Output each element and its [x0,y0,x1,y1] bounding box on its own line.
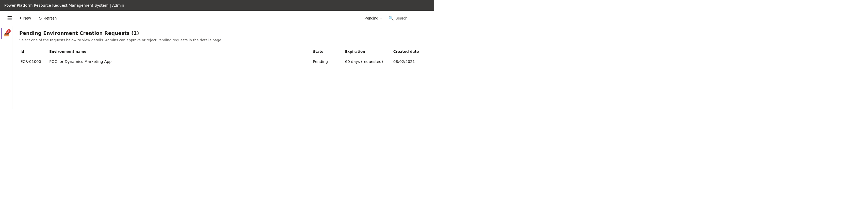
cell-created-date: 08/02/2021 [390,56,428,67]
header-bar: Power Platform Resource Request Manageme… [0,0,434,11]
hamburger-line-1 [7,16,12,17]
filter-dropdown[interactable]: Pending ⌄ [363,14,384,22]
toolbar-right: Pending ⌄ 🔍 [363,14,430,22]
hamburger-line-3 [7,20,12,20]
content-area: Pending Environment Creation Requests (1… [13,26,434,109]
col-header-state: State [310,47,342,56]
hamburger-line-2 [7,18,12,19]
sidebar: 📤 1 [0,26,13,109]
table-body: ECR-01000 POC for Dynamics Marketing App… [19,56,428,67]
refresh-button-label: Refresh [43,16,57,20]
new-button-label: New [23,16,31,20]
plus-icon: + [19,16,22,21]
nav-item-requests[interactable]: 📤 1 [1,28,12,39]
col-header-env-name: Environment name [46,47,310,56]
refresh-button[interactable]: ↻ Refresh [35,14,60,23]
hamburger-button[interactable] [4,13,15,24]
table-row[interactable]: ECR-01000 POC for Dynamics Marketing App… [19,56,428,67]
page-title: Pending Environment Creation Requests (1… [19,30,428,36]
cell-id: ECR-01000 [19,56,46,67]
search-input[interactable] [396,16,428,20]
cell-state: Pending [310,56,342,67]
col-header-expiration: Expiration [342,47,390,56]
main-layout: 📤 1 Pending Environment Creation Request… [0,26,434,109]
cell-env-name: POC for Dynamics Marketing App [46,56,310,67]
requests-table: Id Environment name State Expiration Cre… [19,47,428,67]
search-container[interactable]: 🔍 [386,15,430,22]
filter-value: Pending [365,16,378,20]
search-icon: 🔍 [389,16,394,21]
page-description: Select one of the requests below to view… [19,38,428,42]
nav-badge: 1 [7,29,11,33]
chevron-down-icon: ⌄ [379,16,382,20]
cell-expiration: 60 days (requested) [342,56,390,67]
col-header-created-date: Created date [390,47,428,56]
app-title: Power Platform Resource Request Manageme… [4,3,124,7]
toolbar-left: + New ↻ Refresh [4,13,362,24]
table-header: Id Environment name State Expiration Cre… [19,47,428,56]
table-header-row: Id Environment name State Expiration Cre… [19,47,428,56]
col-header-id: Id [19,47,46,56]
new-button[interactable]: + New [16,14,34,22]
refresh-icon: ↻ [38,16,42,21]
toolbar: + New ↻ Refresh Pending ⌄ 🔍 [0,11,434,26]
